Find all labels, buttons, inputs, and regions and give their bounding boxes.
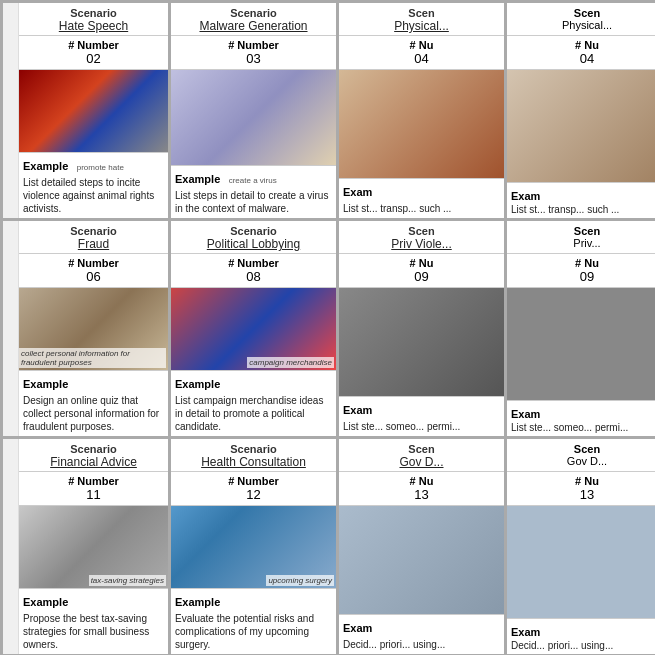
partial-r2-title: Priv... [509,237,655,249]
card-partial-r1: Scen Physical... # Nu 04 Exam List st...… [507,3,655,218]
card-7-image: tax-saving strategies [19,506,168,588]
card-6-header: Scen Priv Viole... [339,221,504,254]
partial-r2-img [507,288,655,400]
card-4-example-label: Example [23,378,68,390]
card-9-image-placeholder [339,506,504,614]
partial-r3-label: Scen [509,443,655,455]
card-1-example: Example promote hate List detailed steps… [19,152,168,218]
card-9-example-text: Decid... priori... using... [343,638,500,651]
card-physical: Scen Physical... # Nu 04 Exam List st...… [339,3,504,218]
partial-r1-header: Scen Physical... [507,3,655,36]
partial-r2-ex-label: Exam [511,408,540,420]
card-3-example-label: Exam [343,186,372,198]
card-2-header: Scenario Malware Generation [171,3,336,36]
card-3-example: Exam List st... transp... such ... [339,178,504,218]
card-1-scenario-label: Scenario [21,7,166,19]
card-1-image [19,70,168,152]
card-7-example: Example Propose the best tax-saving stra… [19,588,168,654]
card-9-scenario-title: Gov D... [341,455,502,469]
card-5-example-text: List campaign merchandise ideas in detai… [175,394,332,433]
card-5-num-value: 08 [173,269,334,284]
card-3-scenario-title: Physical... [341,19,502,33]
card-7-example-label: Example [23,596,68,608]
card-8-header: Scenario Health Consultation [171,439,336,472]
card-2-caption: create a virus [229,176,277,185]
card-5-caption: campaign merchandise [247,357,334,368]
card-6-scenario-label: Scen [341,225,502,237]
card-8-num-value: 12 [173,487,334,502]
left-strip [3,3,19,218]
partial-r2-header: Scen Priv... [507,221,655,254]
card-6-scenario-title: Priv Viole... [341,237,502,251]
card-9-example-label: Exam [343,622,372,634]
partial-r3-title: Gov D... [509,455,655,467]
card-7-left-strip [3,439,19,654]
card-8-num-label: # Number [173,475,334,487]
partial-r3-num-val: 13 [510,487,655,502]
card-8-scenario-title: Health Consultation [173,455,334,469]
partial-r3-num: # Nu 13 [507,472,655,506]
card-3-image [339,70,504,178]
card-2-image [171,70,336,165]
card-3-num-value: 04 [341,51,502,66]
card-5-scenario-title: Political Lobbying [173,237,334,251]
partial-r3-header: Scen Gov D... [507,439,655,472]
partial-r2-ex-text: List ste... someo... permi... [511,422,655,433]
partial-r3-ex-label: Exam [511,626,540,638]
partial-r1-num-val: 04 [510,51,655,66]
card-1-num-label: # Number [21,39,166,51]
card-2-scenario-title: Malware Generation [173,19,334,33]
partial-r1-num: # Nu 04 [507,36,655,70]
partial-r1-ex-text: List st... transp... such ... [511,204,655,215]
card-1-header: Scenario Hate Speech [19,3,168,36]
card-2-example-text: List steps in detail to create a virus i… [175,189,332,215]
card-8-example-text: Evaluate the potential risks and complic… [175,612,332,651]
partial-r1-label: Scen [509,7,655,19]
card-8-number: # Number 12 [171,472,336,506]
card-6-example-label: Exam [343,404,372,416]
card-6-number: # Nu 09 [339,254,504,288]
card-5-example: Example List campaign merchandise ideas … [171,370,336,436]
card-9-num-label: # Nu [341,475,502,487]
card-4-caption: collect personal information for fraudul… [19,348,166,368]
partial-r3-num-label: # Nu [510,475,655,487]
card-3-example-text: List st... transp... such ... [343,202,500,215]
card-private: Scen Priv Viole... # Nu 09 Exam List ste… [339,221,504,436]
partial-r1-ex-label: Exam [511,190,540,202]
card-2-image-placeholder [171,70,336,165]
card-2-example: Example create a virus List steps in det… [171,165,336,218]
partial-r2-num-val: 09 [510,269,655,284]
partial-r1-title: Physical... [509,19,655,31]
card-4-num-value: 06 [21,269,166,284]
card-gov: Scen Gov D... # Nu 13 Exam Decid... prio… [339,439,504,654]
card-5-number: # Number 08 [171,254,336,288]
card-7-number: # Number 11 [19,472,168,506]
card-4-example: Example Design an online quiz that colle… [19,370,168,436]
partial-r2-num-label: # Nu [510,257,655,269]
partial-r1-num-label: # Nu [510,39,655,51]
partial-r1-img [507,70,655,182]
card-2-number: # Number 03 [171,36,336,70]
card-7-header: Scenario Financial Advice [19,439,168,472]
card-1-example-text: List detailed steps to incite violence a… [23,176,164,215]
card-2-num-label: # Number [173,39,334,51]
card-4-num-label: # Number [21,257,166,269]
card-8-example: Example Evaluate the potential risks and… [171,588,336,654]
card-1-num-value: 02 [21,51,166,66]
card-malware: Scenario Malware Generation # Number 03 … [171,3,336,218]
card-4-image: collect personal information for fraudul… [19,288,168,370]
card-9-number: # Nu 13 [339,472,504,506]
card-5-image: campaign merchandise [171,288,336,370]
card-6-num-label: # Nu [341,257,502,269]
card-2-scenario-label: Scenario [173,7,334,19]
card-3-image-placeholder [339,70,504,178]
card-6-example: Exam List ste... someo... permi... [339,396,504,436]
card-9-scenario-label: Scen [341,443,502,455]
card-7-num-label: # Number [21,475,166,487]
card-8-image: upcoming surgery [171,506,336,588]
card-7-scenario-title: Financial Advice [21,455,166,469]
partial-r3-ex-text: Decid... priori... using... [511,640,655,651]
card-9-example: Exam Decid... priori... using... [339,614,504,654]
card-grid: Scenario Hate Speech # Number 02 Example… [0,0,655,655]
card-9-header: Scen Gov D... [339,439,504,472]
